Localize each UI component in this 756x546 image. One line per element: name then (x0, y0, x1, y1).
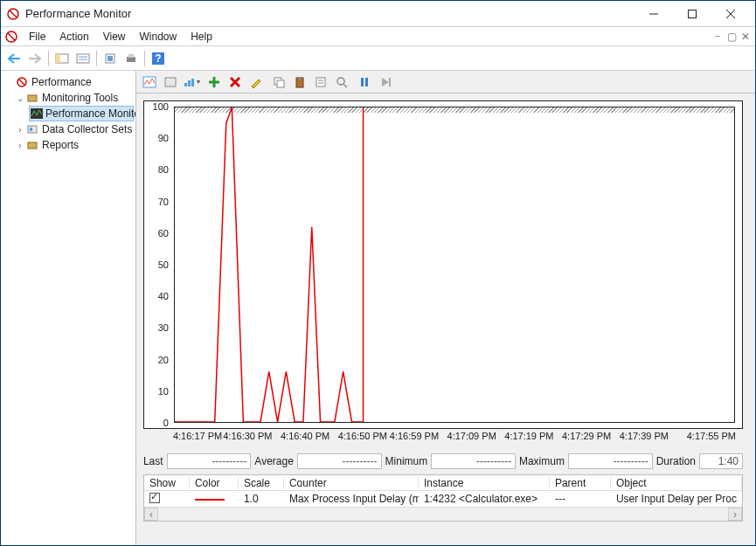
col-instance[interactable]: Instance (419, 477, 550, 489)
forward-button[interactable] (25, 49, 45, 68)
svg-rect-44 (361, 78, 364, 86)
x-axis-labels: 4:16:17 PM4:16:30 PM4:16:40 PM4:16:50 PM… (173, 431, 736, 446)
svg-rect-25 (28, 142, 37, 149)
freeze-display-button[interactable] (355, 73, 374, 92)
menu-help[interactable]: Help (184, 29, 219, 45)
chart-area[interactable]: 1009080706050403020100 (143, 100, 743, 429)
svg-rect-39 (316, 78, 325, 86)
update-data-button[interactable] (376, 73, 395, 92)
tree-data-collector-sets[interactable]: › Data Collector Sets (3, 121, 134, 137)
highlight-button[interactable] (246, 73, 266, 92)
last-label: Last (143, 455, 163, 467)
col-show[interactable]: Show (144, 477, 190, 489)
svg-rect-27 (165, 78, 176, 86)
average-label: Average (254, 455, 293, 467)
zoom-button[interactable] (332, 73, 351, 92)
svg-line-43 (343, 84, 347, 87)
tree-performance-monitor[interactable]: Performance Monitor (29, 106, 134, 121)
average-value: ---------- (297, 453, 382, 469)
y-axis-labels: 1009080706050403020100 (148, 107, 170, 423)
minimize-button[interactable] (635, 2, 673, 26)
maximum-label: Maximum (519, 455, 565, 467)
col-parent[interactable]: Parent (550, 477, 611, 489)
color-swatch (195, 499, 225, 501)
scale-value: 1.0 (239, 493, 284, 505)
menu-bar: File Action View Window Help － ▢ ✕ (1, 27, 755, 46)
svg-point-42 (337, 78, 344, 85)
add-counter-button[interactable] (205, 73, 224, 92)
svg-rect-46 (389, 78, 391, 86)
maximize-button[interactable] (673, 2, 711, 26)
object-value: User Input Delay per Proc (611, 493, 742, 505)
duration-value: 1:40 (699, 453, 743, 469)
menu-view[interactable]: View (96, 29, 133, 45)
mdi-minimize[interactable]: － (711, 31, 724, 43)
system-menu-icon[interactable] (4, 30, 18, 44)
svg-rect-24 (30, 128, 32, 131)
instance-value: 1:4232 <Calculator.exe> (419, 493, 550, 505)
svg-line-7 (8, 33, 15, 40)
svg-line-20 (19, 79, 24, 85)
legend-header: Show Color Scale Counter Instance Parent… (144, 475, 742, 491)
mdi-restore[interactable]: ▢ (725, 31, 738, 43)
chart-toolbar: ▾ (136, 71, 755, 93)
console-tree[interactable]: Performance ⌄ Monitoring Tools Performan… (1, 71, 136, 545)
scroll-left-button[interactable]: ‹ (144, 508, 158, 521)
data-collector-icon (25, 122, 39, 136)
main-toolbar: ? (1, 46, 755, 71)
menu-window[interactable]: Window (133, 29, 184, 45)
svg-rect-21 (28, 95, 37, 101)
back-button[interactable] (4, 49, 24, 68)
properties-chart-button[interactable] (311, 73, 330, 92)
minimum-label: Minimum (385, 455, 428, 467)
parent-value: --- (550, 493, 611, 505)
export-button[interactable] (101, 49, 120, 68)
col-scale[interactable]: Scale (239, 477, 284, 489)
change-graph-type-button[interactable]: ▾ (182, 73, 201, 92)
copy-properties-button[interactable] (269, 73, 288, 92)
delete-counter-button[interactable] (225, 73, 245, 92)
legend-row[interactable]: 1.0 Max Process Input Delay (ms) 1:4232 … (144, 491, 742, 507)
svg-rect-45 (365, 78, 368, 86)
twisty-closed-icon[interactable]: › (15, 141, 25, 150)
app-icon (6, 7, 20, 21)
menu-file[interactable]: File (22, 29, 52, 45)
tree-root-performance[interactable]: Performance (3, 74, 134, 90)
svg-rect-30 (191, 79, 194, 86)
print-button[interactable] (121, 49, 141, 68)
svg-rect-3 (689, 10, 697, 17)
paste-counter-list-button[interactable] (290, 73, 309, 92)
counter-legend[interactable]: Show Color Scale Counter Instance Parent… (143, 474, 743, 522)
perfmon-icon (31, 107, 43, 121)
svg-line-1 (10, 10, 17, 17)
mdi-controls: － ▢ ✕ (711, 31, 755, 43)
chart-plot (175, 107, 734, 422)
show-checkbox[interactable] (149, 493, 160, 503)
mdi-close[interactable]: ✕ (739, 31, 752, 43)
show-hide-console-tree-button[interactable] (52, 49, 72, 68)
performance-icon (15, 75, 29, 89)
col-counter[interactable]: Counter (284, 477, 419, 489)
legend-scrollbar[interactable]: ‹ › (144, 507, 742, 521)
twisty-open-icon[interactable]: ⌄ (15, 93, 25, 103)
menu-action[interactable]: Action (52, 29, 95, 45)
twisty-closed-icon[interactable]: › (15, 125, 25, 135)
properties-button[interactable] (73, 49, 93, 68)
view-log-data-button[interactable] (161, 73, 180, 92)
tree-monitoring-tools[interactable]: ⌄ Monitoring Tools (3, 90, 134, 106)
col-color[interactable]: Color (190, 477, 239, 489)
reports-icon (25, 138, 39, 152)
tree-reports[interactable]: › Reports (3, 137, 134, 153)
view-current-activity-button[interactable] (140, 73, 159, 92)
svg-rect-29 (188, 80, 191, 86)
scroll-right-button[interactable]: › (728, 508, 742, 521)
stats-row: Last ---------- Average ---------- Minim… (143, 452, 743, 471)
help-button[interactable]: ? (149, 49, 168, 68)
window-title: Performance Monitor (25, 7, 635, 20)
close-button[interactable] (711, 2, 750, 26)
minimum-value: ---------- (431, 453, 516, 469)
chart-wrapper: 1009080706050403020100 4:16:17 PM4:16:30… (136, 93, 755, 545)
content-pane: ▾ 1009080706050403020100 (136, 71, 755, 545)
col-object[interactable]: Object (611, 477, 742, 489)
counter-name: Max Process Input Delay (ms) (284, 493, 419, 505)
